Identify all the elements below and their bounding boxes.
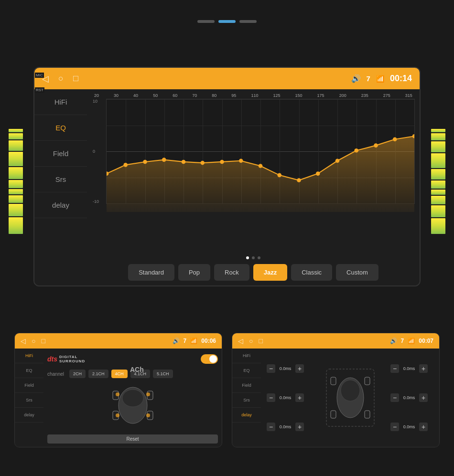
svg-point-7 — [239, 159, 243, 163]
delay-row-mr: − 0.0ms + — [390, 393, 433, 402]
delay-fr-value: 0.0ms — [401, 366, 417, 371]
ach-label: ACh — [130, 366, 144, 373]
nav-square-icon[interactable]: □ — [73, 74, 78, 84]
page-dot-1[interactable] — [197, 20, 215, 23]
channel-label: channel — [47, 371, 66, 377]
svg-point-10 — [297, 178, 301, 182]
delay-rr-minus[interactable]: − — [390, 423, 399, 431]
delay-fl-plus[interactable]: + — [295, 364, 304, 373]
dts-panel-header: ◁ ○ □ 🔊 7 📶 00:06 — [15, 333, 222, 349]
svg-point-3 — [162, 158, 166, 162]
db-label-10: 10 — [93, 99, 99, 104]
svg-point-29 — [341, 380, 360, 401]
delay-sidebar-field[interactable]: Field — [232, 378, 261, 393]
preset-pop[interactable]: Pop — [178, 264, 210, 281]
panel-left-volume-icon: 🔊 — [173, 338, 180, 344]
dts-sidebar-hifi[interactable]: HiFi — [15, 349, 43, 363]
page-dot-2[interactable] — [218, 20, 236, 23]
delay-ml-minus[interactable]: − — [267, 393, 275, 402]
sidebar-item-hifi[interactable]: HiFi — [34, 89, 87, 115]
delay-rl-minus[interactable]: − — [267, 423, 275, 431]
dts-sidebar-delay[interactable]: delay — [15, 408, 43, 423]
freq-labels: 20 30 40 50 60 70 80 95 110 125 150 175 … — [92, 93, 415, 98]
preset-standard[interactable]: Standard — [128, 264, 174, 281]
db-label-0: 0 — [93, 149, 99, 154]
page-dot-3[interactable] — [239, 20, 257, 23]
mic-label: MIC — [35, 73, 44, 78]
eq-dot-3[interactable] — [258, 256, 260, 259]
signal-icon: 📶 — [376, 75, 384, 83]
delay-mr-minus[interactable]: − — [390, 393, 399, 402]
preset-jazz[interactable]: Jazz — [253, 264, 287, 281]
delay-rl-value: 0.0ms — [277, 424, 293, 429]
svg-point-13 — [354, 148, 358, 153]
svg-point-24 — [146, 392, 150, 396]
panel-right-time: 00:07 — [419, 338, 433, 344]
delay-mr-plus[interactable]: + — [419, 393, 428, 402]
preset-classic[interactable]: Classic — [291, 264, 332, 281]
reset-button[interactable]: Reset — [47, 434, 218, 444]
nav-circle-icon[interactable]: ○ — [58, 74, 64, 84]
panel-left-back[interactable]: ◁ — [21, 337, 26, 345]
eq-dot-2[interactable] — [252, 256, 255, 259]
ch-51ch[interactable]: 5.1CH — [153, 370, 173, 378]
svg-point-8 — [259, 164, 263, 168]
delay-fr-plus[interactable]: + — [419, 364, 428, 373]
header-nav: ◁ ○ □ — [42, 74, 351, 84]
dts-car-image — [47, 382, 218, 429]
delay-sidebar-delay[interactable]: delay — [232, 408, 261, 423]
panel-right-square[interactable]: □ — [259, 337, 262, 345]
ch-2ch[interactable]: 2CH — [69, 370, 86, 378]
eq-graph-area[interactable] — [106, 99, 415, 204]
sidebar-item-srs[interactable]: Srs — [34, 167, 87, 192]
volume-icon: 🔊 — [351, 74, 361, 83]
preset-custom[interactable]: Custom — [336, 264, 378, 281]
delay-car-svg — [324, 367, 377, 429]
svg-rect-31 — [365, 377, 370, 385]
eq-curve-svg — [107, 99, 414, 212]
panel-left-square[interactable]: □ — [41, 337, 45, 345]
sidebar-item-delay[interactable]: delay — [34, 192, 87, 218]
eq-dot-1[interactable] — [246, 256, 249, 259]
delay-rl-plus[interactable]: + — [295, 423, 304, 431]
ch-4ch[interactable]: 4CH — [111, 370, 128, 378]
delay-main-content: − 0.0ms + − 0.0ms + − 0.0ms + — [261, 349, 439, 447]
delay-car-image — [310, 354, 390, 441]
svg-point-9 — [277, 173, 281, 178]
svg-point-2 — [143, 160, 147, 164]
delay-fl-minus[interactable]: − — [267, 364, 275, 373]
delay-ml-plus[interactable]: + — [295, 393, 304, 402]
delay-content: − 0.0ms + − 0.0ms + − 0.0ms + — [265, 352, 435, 443]
svg-rect-33 — [365, 411, 370, 418]
eq-bars-left — [9, 129, 23, 234]
svg-point-15 — [393, 137, 397, 141]
svg-point-12 — [335, 159, 340, 163]
svg-point-26 — [146, 413, 150, 417]
panel-left-header-right: 🔊 7 📶 00:06 — [173, 338, 216, 344]
dts-digital-surround: DIGITAL SURROUND — [59, 355, 85, 363]
preset-rock[interactable]: Rock — [214, 264, 249, 281]
delay-rr-plus[interactable]: + — [419, 423, 428, 431]
delay-sidebar-hifi[interactable]: HiFi — [232, 349, 261, 363]
delay-mr-value: 0.0ms — [401, 395, 417, 400]
delay-sidebar-eq[interactable]: EQ — [232, 363, 261, 378]
dts-sidebar-field[interactable]: Field — [15, 378, 43, 393]
dts-sidebar-srs[interactable]: Srs — [15, 393, 43, 408]
delay-sidebar-srs[interactable]: Srs — [232, 393, 261, 408]
sidebar-item-field[interactable]: Field — [34, 141, 87, 167]
delay-panel: ◁ ○ □ 🔊 7 📶 00:07 HiFi EQ Field Srs dela… — [232, 333, 440, 447]
panel-right-back[interactable]: ◁ — [238, 337, 243, 345]
dts-logo-row: dts DIGITAL SURROUND — [47, 352, 218, 366]
surround-text: SURROUND — [59, 359, 85, 363]
header-right: 🔊 7 📶 00:14 — [351, 74, 412, 84]
panel-left-circle[interactable]: ○ — [32, 337, 35, 345]
panel-right-circle[interactable]: ○ — [249, 337, 253, 345]
eq-bars-right — [431, 129, 445, 234]
dts-sidebar-eq[interactable]: EQ — [15, 363, 43, 378]
dts-toggle[interactable] — [201, 354, 218, 364]
ch-21ch[interactable]: 2.1CH — [88, 370, 108, 378]
delay-fr-minus[interactable]: − — [390, 364, 399, 373]
sidebar-item-eq[interactable]: EQ — [34, 115, 87, 141]
page-indicators — [0, 20, 454, 23]
panel-left-time: 00:06 — [201, 338, 216, 344]
